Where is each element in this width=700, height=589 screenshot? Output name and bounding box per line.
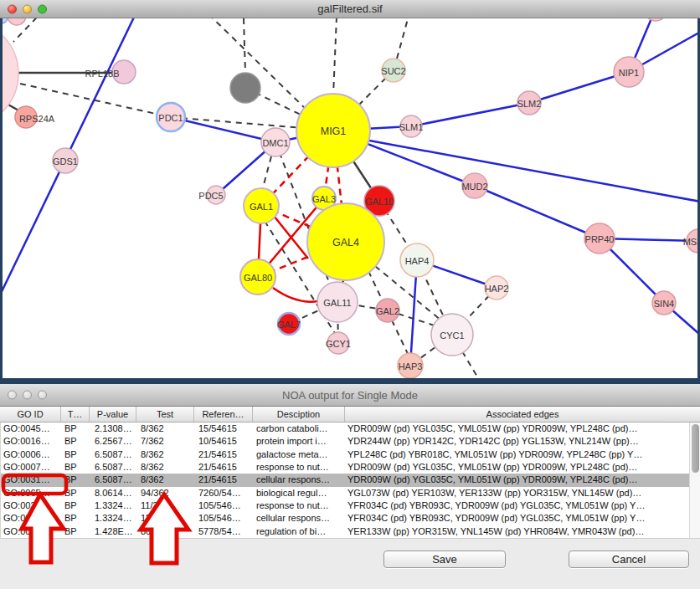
cancel-button[interactable]: Cancel [569,551,689,568]
cell-go_id: GO:0050… [1,525,62,538]
node-label-SUC2: SUC2 [381,66,405,76]
cell-type: BP [62,487,90,499]
table-row[interactable]: GO:0031…BP1.3324…11/362105/546…response … [1,499,700,512]
screen: galFiltered.sif RPL18BRPS24AGDS1PDC1PDC5… [0,0,700,589]
node-label-MUD2: MUD2 [461,182,487,192]
node-label-HAP4: HAP4 [405,256,430,266]
column-header-6[interactable]: Desciption [253,407,345,422]
cell-description: regulation of bi… [254,525,346,538]
cell-test: 8/362 [137,474,195,486]
table-row[interactable]: GO:0016…BP6.2567…7/36210/54615protein im… [1,435,700,448]
cell-go_id: GO:0016… [1,435,62,448]
cell-type: BP [62,499,90,512]
cell-edges: YDR009W (pd) YGL035C, YML051W (pp) YDR00… [346,461,700,474]
cell-p_value: 6.5087… [90,474,137,486]
cell-reference: 7260/54… [195,487,254,499]
cell-test: 8/362 [137,448,195,461]
vertical-scrollbar[interactable] [689,423,700,538]
cell-test: 8/362 [137,461,195,474]
cell-edges: YDR244W (pp) YDR142C, YDR142C (pp) YGL15… [346,435,700,448]
node-label-SLM1: SLM1 [399,122,424,132]
cell-p_value: 2.1308… [90,423,137,435]
column-header-7[interactable]: Associated edges [345,407,700,422]
column-header-3[interactable]: P-value [90,407,136,422]
cell-reference: 5778/54… [195,525,254,538]
table-row[interactable]: GO:0065…BP8.0614…94/3627260/54…biologica… [1,487,700,499]
cell-edges: YFR034C (pd) YBR093C, YDR009W (pd) YGL03… [346,512,700,525]
cell-type: BP [62,448,90,461]
node-label-RPL18B: RPL18B [85,69,120,79]
node-label-MIG1: MIG1 [321,125,347,137]
node-label-GCY1: GCY1 [326,339,351,349]
column-header-5[interactable]: Referen… [194,407,253,422]
cell-test: 11/362 [137,512,195,525]
cell-type: BP [62,461,90,474]
node-label-GAL1: GAL1 [250,202,273,212]
node-label-DMC1: DMC1 [262,138,288,148]
node-label-GAL4: GAL4 [332,237,359,248]
node-label-GDS1: GDS1 [53,156,78,166]
cell-test: 7/362 [137,435,195,448]
cell-description: cellular respons… [254,474,346,486]
noa-window-titlebar[interactable]: NOA output for Single Mode [0,384,700,407]
cell-edges: YFR034C (pd) YBR093C, YDR009W (pd) YGL03… [346,499,700,512]
cell-description: galactose meta… [254,448,346,461]
window-edge-bottom [0,378,700,384]
cell-test: 80/362 [137,525,195,538]
column-header-2[interactable]: T… [61,407,90,422]
cell-description: response to nut… [254,461,346,474]
cell-go_id: GO:0031… [1,474,62,486]
noa-window: NOA output for Single Mode GO IDT…P-valu… [0,384,700,589]
scrollbar-thumb[interactable] [692,424,699,473]
noa-window-title: NOA output for Single Mode [0,389,700,402]
cell-p_value: 1.3324… [90,512,137,525]
node-label-GAL11: GAL11 [323,298,351,308]
column-header-1[interactable]: GO ID [0,407,61,422]
cell-edges: YGL073W (pd) YER103W, YER133W (pp) YOR31… [346,487,700,499]
table-body: GO:0045…BP2.1308…8/36215/54615carbon cat… [0,423,700,538]
table-row[interactable]: GO:0050…BP1.428E…80/3625778/54…regulatio… [1,525,700,538]
cell-test: 8/362 [137,423,195,435]
cell-description: carbon cataboli… [254,423,346,435]
node-label-GAL10: GAL10 [365,197,394,207]
node-label-PDC5: PDC5 [198,191,223,201]
cell-reference: 10/54615 [195,435,254,448]
cell-p_value: 1.3324… [90,499,137,512]
node-label-MSL1: MSL1 [683,237,700,247]
node-label-GAL2: GAL2 [376,306,399,316]
table-row[interactable]: GO:0031…BP1.3324…11/362105/546…cellular … [1,512,700,525]
node-label-GAL3: GAL3 [312,194,336,204]
cell-description: response to nut… [254,499,346,512]
cell-description: biological regul… [254,487,346,499]
table-row[interactable]: GO:0045…BP2.1308…8/36215/54615carbon cat… [1,423,700,435]
node-label-GAL7: GAL7 [277,320,301,330]
cell-type: BP [62,423,90,435]
node-label-SIN4: SIN4 [654,299,674,309]
cell-test: 11/362 [137,499,195,512]
cell-go_id: GO:0031… [1,499,62,512]
node-label-PRP40: PRP40 [585,234,615,244]
save-button[interactable]: Save [383,551,506,568]
table-row[interactable]: GO:0006…BP6.5087…8/36221/54615galactose … [1,448,700,461]
network-window-title: galFiltered.sif [0,3,700,15]
column-header-4[interactable]: Test [136,407,194,422]
cell-reference: 21/54615 [195,474,254,486]
node-label-GAL80: GAL80 [244,273,272,283]
table-row[interactable]: GO:0007…BP6.5087…8/36221/54615response t… [1,461,700,474]
window-edge-left [0,18,3,378]
node-unlabeled-gray[interactable] [230,73,260,103]
node-label-HAP3: HAP3 [399,361,423,371]
cell-edges: YDR009W (pd) YGL035C, YML051W (pp) YDR00… [346,423,700,435]
table-row[interactable]: GO:0031…BP6.5087…8/36221/54615cellular r… [1,474,700,486]
network-window-titlebar[interactable]: galFiltered.sif [0,0,700,18]
cell-go_id: GO:0045… [1,423,62,435]
cell-go_id: GO:0006… [1,448,62,461]
cell-reference: 21/54615 [195,448,254,461]
cell-p_value: 6.5087… [90,461,137,474]
network-canvas[interactable]: RPL18BRPS24AGDS1PDC1PDC5DMC1MIG1SUC2SLM1… [0,18,700,378]
node-label-CYC1: CYC1 [440,330,464,341]
cell-description: protein import i… [254,435,346,448]
cell-reference: 15/54615 [195,423,254,435]
cell-reference: 105/546… [195,512,254,525]
cell-p_value: 8.0614… [90,487,137,499]
